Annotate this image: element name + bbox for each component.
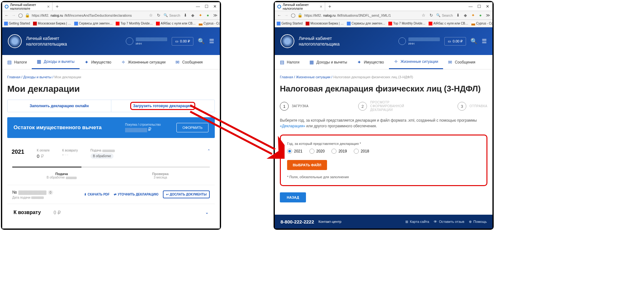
send-documents-button[interactable]: ↩ДОСЛАТЬ ДОКУМЕНТЫ — [163, 190, 210, 198]
minimize-icon[interactable]: — — [196, 4, 200, 9]
shield-icon[interactable]: ◯ — [18, 13, 23, 18]
search-icon: 🔍 — [164, 13, 168, 17]
bm-icon — [388, 22, 392, 25]
sitemap-link[interactable]: ⊞Карта сайта — [405, 220, 429, 224]
tab[interactable]: Личный кабинет налогоплате × — [275, 2, 325, 11]
declaration-link[interactable]: «Декларация» — [280, 124, 305, 128]
bookmark-star-icon[interactable]: ☆ — [148, 13, 153, 18]
page-title: Мои декларации — [7, 84, 215, 94]
close-tab-icon[interactable]: × — [320, 4, 322, 9]
phone-number: 8-800-222-2222 — [280, 219, 314, 224]
nav-messages[interactable]: ✉Сообщения — [443, 55, 480, 69]
nav-income[interactable]: ▦Доходы и вычеты — [304, 55, 352, 69]
bookmark-item[interactable]: AIRбас с нуля или СВ… — [156, 22, 196, 25]
nav-property[interactable]: ✦Имущество — [352, 55, 389, 69]
close-window-icon[interactable]: ✕ — [486, 4, 489, 9]
bookmark-item[interactable]: Getting Started — [4, 22, 30, 25]
status-badge: В обработке — [91, 153, 114, 159]
wallet-button[interactable]: ▭0.00 ₽ — [172, 37, 193, 46]
logo-icon[interactable] — [280, 34, 294, 48]
apply-button[interactable]: ОФОРМИТЬ — [176, 123, 208, 132]
forward-icon[interactable]: → — [11, 13, 16, 18]
download-pdf-button[interactable]: ⬇СКАЧАТЬ PDF — [84, 193, 110, 196]
fill-online-button[interactable]: Заполнить декларацию онлайн — [8, 100, 111, 112]
back-icon[interactable]: ← — [4, 13, 9, 18]
download-icon[interactable]: ⬇ — [455, 13, 460, 18]
nav-taxes[interactable]: ▤Налоги — [2, 55, 32, 69]
new-tab-button[interactable]: + — [53, 4, 62, 9]
nav-income[interactable]: ▦Доходы и вычеты — [32, 55, 80, 69]
nav-taxes[interactable]: ▤Налоги — [275, 55, 304, 69]
menu-icon[interactable]: ☰ — [209, 38, 214, 45]
close-tab-icon[interactable]: × — [47, 4, 50, 9]
bookmark-item[interactable]: Московская Биржа | … — [306, 22, 344, 25]
search-icon[interactable]: 🔍 — [198, 38, 205, 45]
bookmark-item[interactable]: AIRбас с нуля или СВ… — [429, 22, 468, 25]
upload-declaration-button[interactable]: Загрузить готовую декларацию — [111, 100, 215, 112]
page-content: Личный кабинетналогоплательщика ИНН ▭0.0… — [275, 27, 492, 229]
return-row[interactable]: К возврату 0 ₽ ⌄ — [7, 204, 215, 221]
user-block[interactable]: ИНН — [126, 37, 167, 45]
user-block[interactable]: ИНН — [398, 37, 440, 45]
help-link[interactable]: ⊕Помощь — [469, 220, 487, 224]
bookmark-star-icon[interactable]: ☆ — [421, 13, 426, 18]
ext2-icon[interactable]: ✦ — [470, 13, 475, 18]
back-icon[interactable]: ← — [277, 13, 282, 18]
ext3-icon[interactable]: ● — [205, 13, 210, 18]
bookmark-item[interactable]: Московская Биржа | … — [33, 22, 71, 25]
banner-title: Остаток имущественного вычета — [14, 124, 125, 131]
reload-icon[interactable]: ↻ — [156, 13, 161, 18]
bm-icon — [4, 22, 8, 25]
download-icon[interactable]: ⬇ — [183, 13, 188, 18]
forward-icon[interactable]: → — [284, 13, 289, 18]
ext2-icon[interactable]: ✦ — [198, 13, 203, 18]
nav-icon: ▤ — [280, 59, 284, 65]
nav-situations[interactable]: ✧Жизненные ситуации — [116, 55, 171, 69]
new-tab-button[interactable]: + — [325, 4, 334, 9]
feedback-link[interactable]: 👁Оставить отзыв — [434, 220, 464, 223]
bookmark-item[interactable]: Cyprus - Corporate - … — [199, 22, 220, 25]
logo-icon[interactable] — [8, 34, 22, 48]
main-nav: ▤Налоги ▦Доходы и вычеты ✦Имущество ✧Жиз… — [275, 55, 492, 69]
nav-property[interactable]: ✦Имущество — [80, 55, 116, 69]
minimize-icon[interactable]: — — [469, 4, 473, 9]
choose-file-button[interactable]: ВЫБРАТЬ ФАЙЛ — [287, 160, 327, 170]
maximize-icon[interactable]: ☐ — [205, 4, 208, 9]
nav-messages[interactable]: ✉Сообщения — [170, 55, 208, 69]
titlebar: Личный кабинет налогоплате × + — ☐ ✕ — [2, 2, 220, 11]
year-option-2018[interactable]: 2018 — [354, 149, 369, 154]
overflow-icon[interactable]: ≫ — [486, 13, 491, 18]
browser-window-left: Личный кабинет налогоплате × + — ☐ ✕ ← →… — [1, 1, 221, 230]
close-window-icon[interactable]: ✕ — [213, 4, 217, 9]
year-option-2020[interactable]: 2020 — [309, 149, 325, 154]
bookmark-item[interactable]: Сервисы для эмитен… — [347, 22, 385, 25]
nav-situations[interactable]: ✧Жизненные ситуации — [389, 55, 443, 69]
bm-icon — [471, 22, 475, 25]
bookmark-item[interactable]: Top 7 Monthly Divide… — [116, 22, 153, 25]
overflow-icon[interactable]: ≫ — [213, 13, 218, 18]
ext1-icon[interactable]: ◆ — [190, 13, 195, 18]
bookmark-item[interactable]: Сервисы для эмитен… — [74, 22, 113, 25]
url-field[interactable]: https://lkfl2.nalog.ru/lkfl/incomesAndTa… — [32, 14, 132, 17]
menu-icon[interactable]: ☰ — [482, 38, 487, 45]
search-field[interactable]: 🔍Search — [436, 13, 453, 17]
bookmark-item[interactable]: Cyprus - Corporate - … — [471, 22, 492, 25]
edit-declaration-button[interactable]: ⇄УТОЧНИТЬ ДЕКЛАРАЦИЮ — [114, 193, 158, 196]
back-button[interactable]: НАЗАД — [280, 192, 306, 202]
bookmark-item[interactable]: Top 7 Monthly Divide… — [388, 22, 425, 25]
chevron-up-icon[interactable]: ⌃ — [207, 149, 210, 153]
bm-icon — [347, 22, 351, 25]
reload-icon[interactable]: ↻ — [429, 13, 434, 18]
maximize-icon[interactable]: ☐ — [477, 4, 481, 9]
search-icon[interactable]: 🔍 — [470, 38, 477, 45]
shield-icon[interactable]: ◯ — [291, 13, 296, 18]
wallet-button[interactable]: ▭0.00 ₽ — [444, 37, 466, 46]
bookmark-item[interactable]: Getting Started — [277, 22, 303, 25]
year-option-2021[interactable]: 2021 — [287, 149, 303, 154]
year-option-2019[interactable]: 2019 — [331, 149, 347, 154]
ext3-icon[interactable]: ● — [478, 13, 483, 18]
ext1-icon[interactable]: ◆ — [463, 13, 468, 18]
search-field[interactable]: 🔍Search — [164, 13, 180, 17]
url-field[interactable]: https://lkfl2.nalog.ru/lkfl/situations/3… — [304, 14, 391, 17]
tab[interactable]: Личный кабинет налогоплате × — [2, 2, 53, 11]
